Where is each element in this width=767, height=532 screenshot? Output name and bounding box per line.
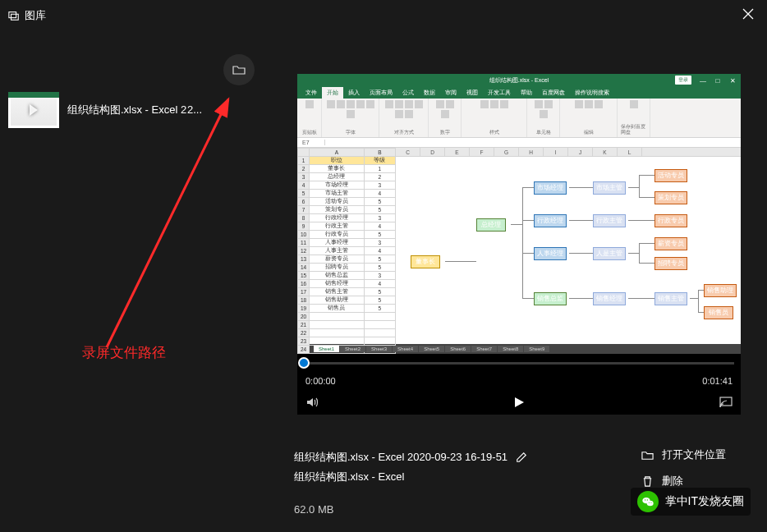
excel-column-headers: CDEFGHIJKL <box>396 148 741 157</box>
svg-rect-1 <box>11 14 19 20</box>
excel-window-buttons: —□✕ <box>696 74 739 87</box>
svg-point-11 <box>650 502 651 503</box>
svg-point-10 <box>648 502 649 503</box>
open-location-button[interactable]: 打开文件位置 <box>641 447 726 462</box>
excel-ribbon: 剪贴板字体对齐方式数字样式单元格编辑保存到百度网盘 <box>297 99 741 138</box>
volume-icon[interactable] <box>305 396 319 409</box>
video-thumbnail-item[interactable]: 组织结构图.xlsx - Excel 2 2... <box>8 92 263 128</box>
window-title: 图库 <box>25 8 46 23</box>
cast-icon[interactable] <box>719 396 733 409</box>
thumbnail <box>8 92 59 128</box>
excel-data-table: AB1职位等级2董事长13总经理24市场经理35市场主管46活动专员57策划专员… <box>297 148 396 354</box>
file-size: 62.0 MB <box>294 500 527 520</box>
svg-point-9 <box>646 499 647 500</box>
close-button[interactable] <box>736 7 760 21</box>
svg-line-4 <box>107 99 228 347</box>
scrub-knob[interactable] <box>298 357 310 369</box>
gallery-icon <box>8 10 20 21</box>
time-total: 0:01:41 <box>702 376 733 386</box>
sidebar: 组织结构图.xlsx - Excel 2 2... 录屏文件路径 <box>0 31 271 532</box>
annotation-text: 录屏文件路径 <box>82 343 166 362</box>
time-current: 0:00:00 <box>305 376 336 386</box>
edit-icon[interactable] <box>516 452 527 463</box>
open-location-label: 打开文件位置 <box>662 447 726 462</box>
open-folder-button[interactable] <box>223 54 255 85</box>
delete-button[interactable]: 删除 <box>641 474 726 488</box>
wechat-badge: 掌中IT发烧友圈 <box>631 488 751 516</box>
wechat-icon <box>637 491 659 512</box>
video-scrubber[interactable] <box>297 354 741 372</box>
play-button[interactable] <box>512 396 526 409</box>
svg-point-8 <box>645 499 645 500</box>
delete-label: 删除 <box>662 474 683 488</box>
excel-login: 登录 <box>675 76 691 85</box>
video-preview: 组织结构图.xlsx - Excel 登录 —□✕ 文件开始插入页面布局公式数据… <box>297 74 741 415</box>
svg-point-7 <box>646 501 653 507</box>
excel-window-title: 组织结构图.xlsx - Excel <box>489 76 549 85</box>
thumbnail-label: 组织结构图.xlsx - Excel 2 2... <box>67 103 202 117</box>
svg-rect-0 <box>9 12 16 18</box>
filename-timestamp: 组织结构图.xlsx - Excel 2020-09-23 16-19-51 <box>294 447 508 467</box>
org-chart: 董事长总经理市场经理行政经理人事经理销售总监市场主管行政主管人是主管销售经理活动… <box>396 157 741 344</box>
excel-cell-ref: E7 <box>301 140 325 145</box>
excel-ribbon-tabs: 文件开始插入页面布局公式数据审阅视图开发工具帮助百度网盘操作说明搜索 <box>297 87 741 99</box>
filename: 组织结构图.xlsx - Excel <box>294 467 527 487</box>
wechat-text: 掌中IT发烧友圈 <box>665 494 744 509</box>
